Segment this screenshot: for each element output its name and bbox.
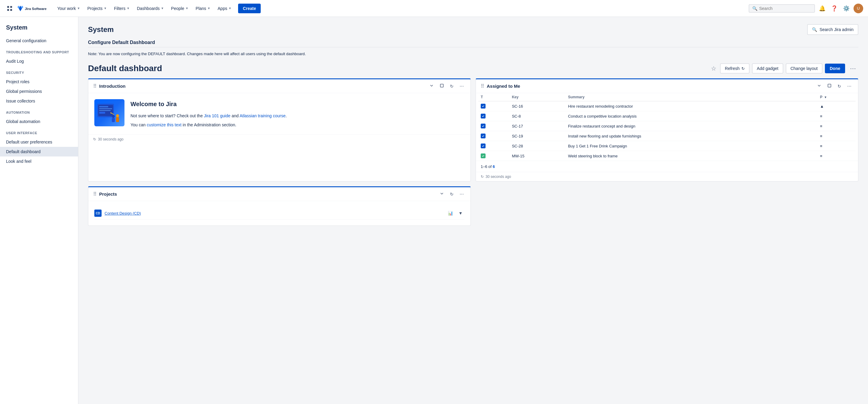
sidebar-label-issue-collectors: Issue collectors (6, 99, 35, 103)
intro-body-post: . (285, 113, 287, 118)
row-key-sc19[interactable]: SC-19 (509, 131, 565, 141)
notifications-button[interactable]: 🔔 (817, 4, 827, 13)
star-button[interactable]: ☆ (710, 64, 718, 73)
dashboard-actions: ☆ Refresh ↻ Add gadget Change layout Don… (710, 63, 858, 73)
introduction-refresh-button[interactable]: ↻ (448, 83, 456, 89)
svg-rect-11 (99, 112, 105, 114)
atlassian-link[interactable]: Atlassian training course (240, 113, 286, 118)
nav-people[interactable]: People ▼ (168, 4, 192, 13)
assigned-drag-handle[interactable]: ⠿ (481, 83, 484, 89)
svg-rect-17 (828, 84, 831, 87)
projects-refresh-button[interactable]: ↻ (448, 191, 456, 197)
row-key-mw15[interactable]: MW-15 (509, 151, 565, 161)
col-summary: Summary (566, 93, 818, 101)
add-gadget-button[interactable]: Add gadget (752, 63, 783, 73)
assigned-more-button[interactable]: ⋯ (845, 83, 853, 89)
sidebar-item-look-and-feel[interactable]: Look and feel (0, 156, 78, 166)
svg-rect-5 (440, 84, 443, 87)
nav-your-work[interactable]: Your work ▼ (54, 4, 83, 13)
col-key: Key (509, 93, 565, 101)
row-summary-sc17: Finalize restaurant concept and design (566, 121, 818, 131)
assigned-maximize-button[interactable] (826, 83, 833, 89)
customize-link[interactable]: customize this text (147, 122, 181, 127)
change-layout-button[interactable]: Change layout (786, 63, 823, 73)
row-key-sc8[interactable]: SC-8 (509, 111, 565, 121)
create-button[interactable]: Create (238, 4, 261, 13)
row-summary-sc16: Hire restaurant remodeling contractor (566, 101, 818, 111)
search-admin-button[interactable]: 🔍 Search Jira admin (807, 24, 858, 35)
introduction-gadget-footer: ↻ 30 seconds ago (88, 134, 470, 144)
svg-rect-3 (10, 9, 12, 11)
row-key-sc17[interactable]: SC-17 (509, 121, 565, 131)
assigned-gadget-body: T Key Summary P ▼ (476, 93, 858, 161)
refresh-icon-footer: ↻ (93, 137, 96, 142)
jira-guide-link[interactable]: Jira 101 guide (204, 113, 230, 118)
row-summary-mw15: Weld steering block to frame (566, 151, 818, 161)
nav-apps-chevron: ▼ (228, 7, 231, 10)
nav-dashboards-chevron: ▼ (161, 7, 164, 10)
done-button[interactable]: Done (825, 64, 845, 73)
svg-text:Jira Software: Jira Software (25, 7, 47, 10)
search-box[interactable]: 🔍 (749, 4, 815, 13)
search-input[interactable] (759, 6, 810, 11)
sidebar-item-default-user-preferences[interactable]: Default user preferences (0, 137, 78, 147)
introduction-maximize-button[interactable] (438, 83, 446, 89)
settings-button[interactable]: ⚙️ (841, 4, 851, 13)
sidebar-title: System (0, 23, 78, 36)
nav-dashboards[interactable]: Dashboards ▼ (134, 4, 167, 13)
sidebar-section-troubleshooting: TROUBLESHOOTING AND SUPPORT (0, 45, 78, 56)
introduction-more-button[interactable]: ⋯ (458, 83, 466, 89)
row-priority-sc28: ≡ (818, 141, 856, 151)
assigned-to-me-gadget: ⠿ Assigned to Me ↻ ⋯ T (475, 79, 858, 182)
refresh-button[interactable]: Refresh ↻ (720, 63, 749, 73)
assigned-minimize-button[interactable] (815, 83, 823, 89)
assigned-timestamp: 30 seconds ago (486, 175, 511, 179)
projects-filter-button[interactable]: ▼ (457, 210, 464, 216)
sidebar-item-issue-collectors[interactable]: Issue collectors (0, 96, 78, 106)
more-options-button[interactable]: ⋯ (847, 64, 858, 73)
row-priority-sc17: ≡ (818, 121, 856, 131)
main-layout: System General configuration TROUBLESHOO… (0, 17, 868, 404)
grid-menu-icon[interactable] (5, 4, 14, 13)
sidebar-item-general-configuration[interactable]: General configuration (0, 36, 78, 45)
introduction-drag-handle[interactable]: ⠿ (93, 83, 97, 89)
projects-more-button[interactable]: ⋯ (458, 191, 466, 197)
project-icon-cd: CD (94, 210, 101, 217)
table-row: SC-17 Finalize restaurant concept and de… (478, 121, 856, 131)
introduction-minimize-button[interactable] (428, 83, 435, 89)
nav-filters-label: Filters (114, 6, 125, 11)
row-key-sc28[interactable]: SC-28 (509, 141, 565, 151)
intro-body-line1: Not sure where to start? Check out the J… (130, 113, 287, 119)
sidebar-item-project-roles[interactable]: Project roles (0, 77, 78, 87)
sidebar-item-audit-log[interactable]: Audit Log (0, 56, 78, 66)
avatar[interactable]: U (854, 4, 863, 13)
nav-apps[interactable]: Apps ▼ (215, 4, 235, 13)
help-button[interactable]: ❓ (830, 4, 839, 13)
row-key-sc16[interactable]: SC-16 (509, 101, 565, 111)
nav-plans[interactable]: Plans ▼ (193, 4, 213, 13)
nav-projects-label: Projects (87, 6, 103, 11)
row-type-sc28 (478, 141, 509, 151)
projects-drag-handle[interactable]: ⠿ (93, 191, 97, 197)
project-icon-text: CD (96, 212, 100, 215)
project-link-cd[interactable]: Content Design (CD) (104, 211, 141, 216)
pagination-link[interactable]: 6 (493, 164, 495, 169)
sidebar-item-global-permissions[interactable]: Global permissions (0, 87, 78, 96)
svg-rect-2 (7, 9, 9, 11)
projects-minimize-button[interactable] (438, 191, 446, 197)
table-row: SC-19 Install new flooring and update fu… (478, 131, 856, 141)
projects-gadget-title: Projects (99, 191, 435, 196)
projects-chart-button[interactable]: 📊 (446, 210, 455, 216)
row-type-mw15 (478, 151, 509, 161)
sidebar-label-audit-log: Audit Log (6, 59, 24, 64)
jira-logo[interactable]: Jira Software (17, 4, 47, 13)
sidebar-item-default-dashboard[interactable]: Default dashboard (0, 147, 78, 156)
row-summary-sc8: Conduct a competitive location analysis (566, 111, 818, 121)
topnav-right: 🔍 🔔 ❓ ⚙️ U (749, 4, 863, 13)
nav-filters[interactable]: Filters ▼ (111, 4, 133, 13)
issue-type-icon-sc16 (481, 104, 486, 108)
assigned-refresh-button[interactable]: ↻ (836, 83, 843, 89)
row-summary-sc28: Buy 1 Get 1 Free Drink Campaign (566, 141, 818, 151)
sidebar-item-global-automation[interactable]: Global automation (0, 117, 78, 126)
nav-projects[interactable]: Projects ▼ (84, 4, 110, 13)
